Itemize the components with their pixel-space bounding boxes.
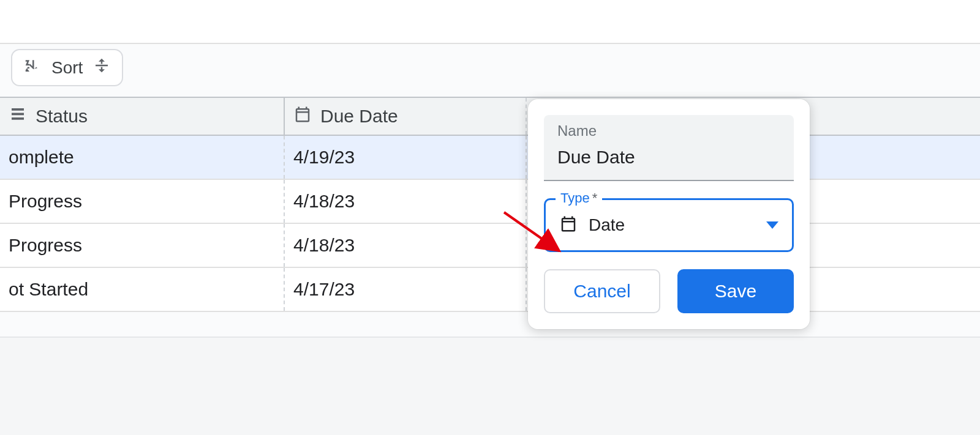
cell-due-date: 4/17/23 [285,268,527,311]
calendar-icon [293,105,312,128]
sort-button[interactable]: Sort [11,49,123,86]
save-button[interactable]: Save [677,269,794,313]
column-header-status[interactable]: Status [0,98,285,135]
column-header-due-date[interactable]: Due Date [285,98,527,135]
sort-label: Sort [51,58,83,78]
cell-status: Progress [0,224,285,267]
column-name-field[interactable]: Name Due Date [544,115,794,181]
cell-status: Progress [0,180,285,223]
az-sort-icon [23,56,42,79]
row-height-icon [92,56,111,79]
type-field-label: Type* [556,190,602,206]
below-table-area [0,336,980,435]
column-header-due-label: Due Date [320,106,398,127]
popup-button-row: Cancel Save [544,269,794,313]
table-row[interactable]: Progress4/18/23 [0,224,980,268]
table-row[interactable]: omplete4/19/23 [0,136,980,180]
column-type-select[interactable]: Type* Date [544,198,794,252]
save-button-label: Save [715,281,756,302]
table-row[interactable]: ot Started4/17/23 [0,268,980,312]
table-header-row: Status Due Date [0,98,980,136]
cancel-button[interactable]: Cancel [544,269,660,313]
toolbar-divider [0,43,980,44]
cell-due-date: 4/18/23 [285,180,527,223]
status-column-icon [9,105,27,128]
cell-due-date: 4/18/23 [285,224,527,267]
type-field-value: Date [589,215,625,235]
cell-status: ot Started [0,268,285,311]
column-header-status-label: Status [36,106,88,127]
cancel-button-label: Cancel [573,281,630,302]
calendar-icon [559,215,578,236]
toolbar-whitespace [0,0,980,43]
name-field-value: Due Date [557,147,780,168]
cell-due-date: 4/19/23 [285,136,527,179]
cell-status: omplete [0,136,285,179]
table-row[interactable]: Progress4/18/23 [0,180,980,224]
chevron-down-icon [766,221,778,229]
name-field-label: Name [557,122,780,139]
column-settings-popup: Name Due Date Type* Date Cancel Save [528,99,810,329]
data-table: Status Due Date omplete4/19/23Progress4/… [0,97,980,312]
